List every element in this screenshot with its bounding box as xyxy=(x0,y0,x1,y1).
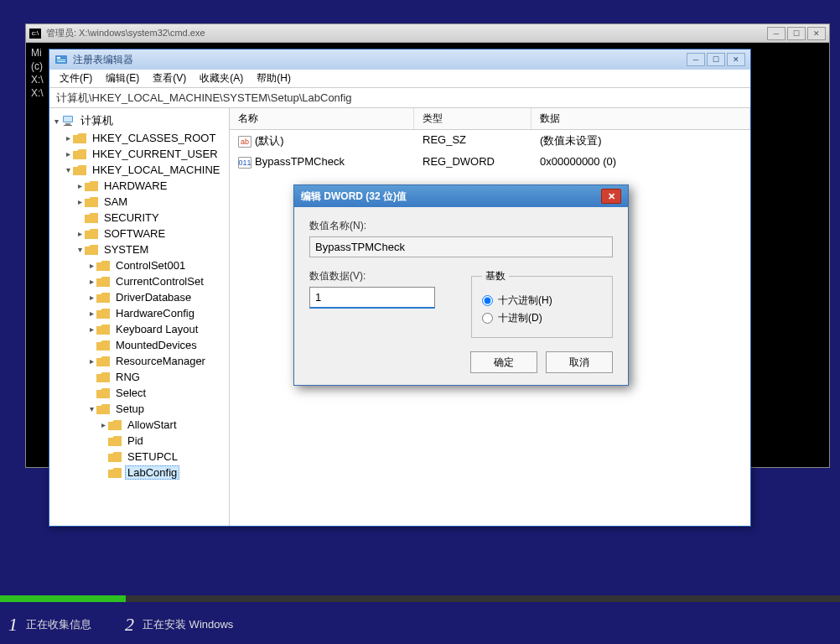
folder-icon xyxy=(96,293,110,303)
svg-rect-5 xyxy=(64,117,72,122)
tree-hkcu[interactable]: HKEY_CURRENT_USER xyxy=(90,147,220,161)
cmd-title-text: 管理员: X:\windows\system32\cmd.exe xyxy=(46,27,767,39)
tree-expander-icon[interactable]: ▾ xyxy=(51,117,61,126)
progress-fill xyxy=(0,595,126,602)
tree-expander-icon[interactable]: ▸ xyxy=(86,277,96,286)
regedit-menubar: 文件(F) 编辑(E) 查看(V) 收藏夹(A) 帮助(H) xyxy=(49,70,750,88)
cancel-button[interactable]: 取消 xyxy=(546,351,613,373)
tree-expander-icon[interactable]: ▸ xyxy=(86,293,96,302)
dialog-close-button[interactable]: ✕ xyxy=(601,189,621,204)
tree-hardware[interactable]: HARDWARE xyxy=(101,179,169,193)
tree-setup[interactable]: Setup xyxy=(113,402,147,416)
svg-rect-6 xyxy=(65,123,70,125)
tree-expander-icon[interactable]: ▸ xyxy=(86,309,96,318)
regedit-maximize-button[interactable]: ☐ xyxy=(707,53,725,66)
setup-progress xyxy=(0,595,840,602)
radix-hex-radio[interactable] xyxy=(482,295,493,306)
folder-icon xyxy=(96,388,110,398)
cmd-titlebar[interactable]: c:\ 管理员: X:\windows\system32\cmd.exe ─ ☐… xyxy=(26,24,829,43)
menu-favorites[interactable]: 收藏夹(A) xyxy=(193,70,250,87)
computer-icon xyxy=(61,115,75,127)
folder-icon xyxy=(108,436,122,446)
tree-mounted[interactable]: MountedDevices xyxy=(113,338,200,352)
tree-expander-icon[interactable]: ▾ xyxy=(86,404,96,413)
radix-dec-option[interactable]: 十进制(D) xyxy=(482,311,602,325)
svg-rect-2 xyxy=(57,60,65,60)
folder-icon xyxy=(85,181,98,191)
tree-allowstart[interactable]: AllowStart xyxy=(125,418,179,432)
value-name-field: BypassTPMCheck xyxy=(309,236,613,257)
value-type: REG_SZ xyxy=(414,132,531,150)
folder-icon xyxy=(108,420,122,430)
value-row[interactable]: ab(默认) REG_SZ (数值未设置) xyxy=(230,130,750,152)
menu-view[interactable]: 查看(V) xyxy=(146,70,193,87)
tree-select[interactable]: Select xyxy=(113,386,148,400)
dialog-titlebar[interactable]: 编辑 DWORD (32 位)值 ✕ xyxy=(294,185,628,207)
tree-expander-icon[interactable]: ▸ xyxy=(63,133,73,143)
radix-fieldset: 基数 十六进制(H) 十进制(D) xyxy=(471,269,613,338)
value-name: (默认) xyxy=(255,134,284,147)
value-name: BypassTPMCheck xyxy=(255,155,345,168)
list-header: 名称 类型 数据 xyxy=(230,108,750,130)
step-number: 2 xyxy=(125,614,134,636)
folder-icon xyxy=(73,165,86,175)
value-row[interactable]: 011BypassTPMCheck REG_DWORD 0x00000000 (… xyxy=(230,152,750,172)
tree-pid[interactable]: Pid xyxy=(125,434,146,448)
tree-hkcr[interactable]: HKEY_CLASSES_ROOT xyxy=(90,131,218,145)
tree-drvdb[interactable]: DriverDatabase xyxy=(113,290,194,304)
tree-sam[interactable]: SAM xyxy=(101,195,130,209)
col-data[interactable]: 数据 xyxy=(531,108,750,129)
folder-icon xyxy=(85,229,98,239)
cmd-maximize-button[interactable]: ☐ xyxy=(787,27,806,40)
step-text: 正在安装 Windows xyxy=(143,617,233,632)
menu-help[interactable]: 帮助(H) xyxy=(250,70,298,87)
col-name[interactable]: 名称 xyxy=(230,108,414,129)
tree-labconfig[interactable]: LabConfig xyxy=(125,465,179,480)
tree-rng[interactable]: RNG xyxy=(113,370,143,384)
svg-rect-3 xyxy=(57,61,65,62)
tree-expander-icon[interactable]: ▸ xyxy=(98,420,108,429)
menu-edit[interactable]: 编辑(E) xyxy=(99,70,146,87)
folder-icon xyxy=(96,261,110,271)
tree-software[interactable]: SOFTWARE xyxy=(101,226,168,241)
tree-ccs[interactable]: CurrentControlSet xyxy=(113,274,206,288)
tree-setupcl[interactable]: SETUPCL xyxy=(125,449,180,464)
regedit-path-text: 计算机\HKEY_LOCAL_MACHINE\SYSTEM\Setup\LabC… xyxy=(56,91,352,106)
tree-system[interactable]: SYSTEM xyxy=(101,242,151,257)
tree-expander-icon[interactable]: ▸ xyxy=(75,229,85,238)
tree-hklm[interactable]: HKEY_LOCAL_MACHINE xyxy=(90,163,222,177)
tree-expander-icon[interactable]: ▸ xyxy=(63,149,73,158)
tree-expander-icon[interactable]: ▸ xyxy=(75,197,85,206)
tree-resmgr[interactable]: ResourceManager xyxy=(113,354,208,368)
menu-file[interactable]: 文件(F) xyxy=(53,70,99,87)
tree-expander-icon[interactable]: ▸ xyxy=(86,356,96,366)
folder-icon xyxy=(73,133,86,143)
tree-cs001[interactable]: ControlSet001 xyxy=(113,258,188,273)
radix-dec-radio[interactable] xyxy=(482,313,493,324)
svg-rect-7 xyxy=(64,125,72,126)
tree-expander-icon[interactable]: ▾ xyxy=(63,165,73,174)
tree-expander-icon[interactable]: ▸ xyxy=(86,261,96,270)
tree-expander-icon[interactable]: ▸ xyxy=(75,181,85,190)
regedit-titlebar[interactable]: 注册表编辑器 ─ ☐ ✕ xyxy=(49,49,750,70)
ok-button[interactable]: 确定 xyxy=(470,351,537,373)
folder-icon xyxy=(96,404,110,414)
folder-icon xyxy=(85,197,98,207)
value-name-label: 数值名称(N): xyxy=(309,219,613,233)
value-data-input[interactable] xyxy=(309,287,435,309)
tree-kblayout[interactable]: Keyboard Layout xyxy=(113,322,200,336)
radix-hex-option[interactable]: 十六进制(H) xyxy=(482,293,602,308)
tree-expander-icon[interactable]: ▾ xyxy=(75,245,85,254)
regedit-tree[interactable]: ▾计算机 ▸HKEY_CLASSES_ROOT ▸HKEY_CURRENT_US… xyxy=(49,108,230,526)
regedit-close-button[interactable]: ✕ xyxy=(727,53,745,66)
cmd-close-button[interactable]: ✕ xyxy=(807,27,826,40)
tree-expander-icon[interactable]: ▸ xyxy=(86,325,96,334)
tree-security[interactable]: SECURITY xyxy=(101,210,162,225)
regedit-minimize-button[interactable]: ─ xyxy=(687,53,705,66)
regedit-path-bar[interactable]: 计算机\HKEY_LOCAL_MACHINE\SYSTEM\Setup\LabC… xyxy=(49,88,750,108)
tree-root[interactable]: 计算机 xyxy=(78,112,116,129)
cmd-minimize-button[interactable]: ─ xyxy=(767,27,786,40)
step-text: 正在收集信息 xyxy=(26,617,91,632)
tree-hwcfg[interactable]: HardwareConfig xyxy=(113,306,197,320)
col-type[interactable]: 类型 xyxy=(414,108,531,129)
